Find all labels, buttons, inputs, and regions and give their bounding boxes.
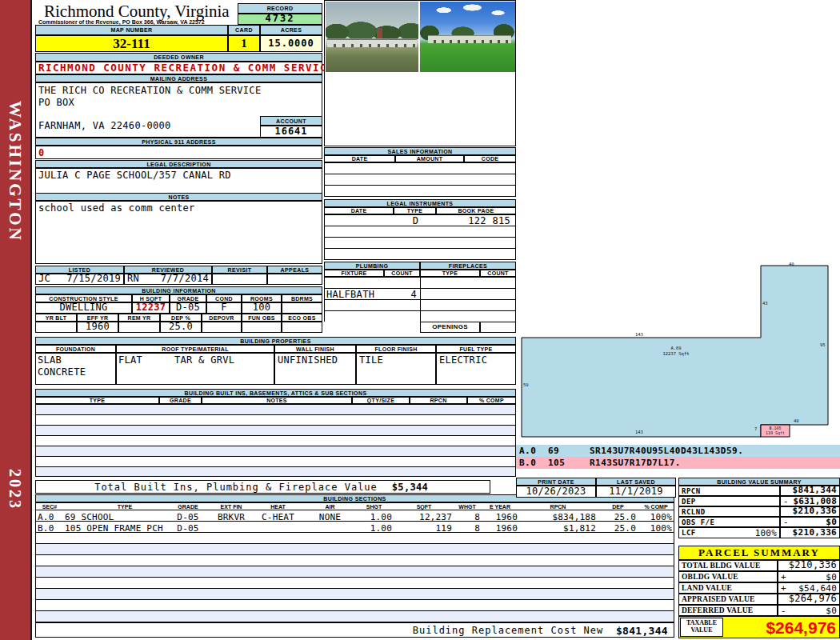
mailing-line-2: PO BOX bbox=[38, 98, 74, 109]
ps-appraised-value: $264,976 bbox=[778, 594, 840, 605]
bs-extfin-header: EXT FIN bbox=[212, 504, 250, 510]
bdrms-value bbox=[282, 302, 322, 314]
funobs-header: FUN OBS bbox=[242, 314, 282, 322]
sales-amount-header: AMOUNT bbox=[395, 155, 464, 162]
listed-by: JC bbox=[38, 274, 50, 285]
bi-notes-header: NOTES bbox=[202, 397, 352, 404]
construction-style-value: DWELLING bbox=[35, 302, 132, 314]
physical-911-header: PHYSICAL 911 ADDRESS bbox=[35, 138, 322, 146]
appeals-header: APPEALS bbox=[267, 266, 322, 274]
table-row bbox=[36, 555, 674, 566]
table-row bbox=[36, 544, 674, 555]
parcel-summary-header: PARCEL SUMMARY bbox=[678, 546, 840, 560]
bs-heat-header: HEAT bbox=[252, 504, 304, 510]
foundation-line-1: SLAB bbox=[38, 355, 62, 366]
replacement-cost-label: Building Replacement Cost New bbox=[388, 626, 628, 637]
property-photo-1 bbox=[326, 2, 418, 72]
remyr-value bbox=[118, 322, 160, 333]
remyr-header: REM YR bbox=[118, 314, 160, 322]
listed-value: JC 7/15/2019 bbox=[35, 274, 124, 285]
ps-total-bldg-value: $210,336 bbox=[778, 560, 840, 571]
sales-code-header: CODE bbox=[464, 155, 516, 162]
dim-main-top: 143 bbox=[635, 332, 643, 337]
openings-value bbox=[480, 322, 516, 333]
table-row bbox=[36, 446, 515, 457]
sketch-code-a: A.0 69 SR143U7R40U95L40D43L143D59. bbox=[516, 445, 840, 457]
ps-total-bldg-label: TOTAL BLDG VALUE bbox=[678, 560, 778, 571]
code-b-num: 105 bbox=[548, 458, 565, 468]
bdrms-header: BDRMS bbox=[282, 294, 322, 302]
building-section-row-a: A.0 69 SCHOOL D-05 BRKVR C-HEAT NONE 1.0… bbox=[35, 510, 674, 522]
acres-header: ACRES bbox=[260, 25, 322, 35]
reviewed-value: RN 7/7/2014 bbox=[124, 274, 212, 285]
sales-information-header: SALES INFORMATION bbox=[324, 147, 516, 155]
dim-porch-side: 7 bbox=[754, 426, 757, 431]
bvs-rclnd-label: RCLND bbox=[678, 506, 780, 517]
fuel-type-value: ELECTRIC bbox=[436, 353, 516, 385]
bs-type-header: TYPE bbox=[65, 504, 185, 510]
ecoobs-header: ECO OBS bbox=[282, 314, 322, 322]
table-row bbox=[36, 589, 674, 600]
bs-comp-header: % COMP bbox=[638, 504, 674, 510]
ps-land-label: LAND VALUE bbox=[678, 582, 778, 594]
bs-air-header: AIR bbox=[308, 504, 352, 510]
windows bbox=[327, 44, 417, 47]
notes-value: school used as comm center bbox=[35, 201, 322, 264]
li-type-value: D bbox=[394, 216, 437, 227]
table-row bbox=[325, 186, 515, 196]
dim-main-left: 59 bbox=[523, 382, 529, 387]
bi-type-header: TYPE bbox=[35, 397, 159, 404]
code-b-sec: B.0 bbox=[519, 458, 536, 468]
li-date-header: DATE bbox=[324, 207, 394, 214]
building-section-row-b: B.0 105 OPEN FRAME PCH D-05 1.00 119 8 1… bbox=[35, 522, 674, 533]
dep-pct-value: 25.0 bbox=[160, 322, 202, 333]
photos-box bbox=[324, 0, 516, 146]
ps-land-value: + $54,640 bbox=[778, 582, 840, 594]
table-row bbox=[325, 174, 515, 186]
bs-eyear-header: E YEAR bbox=[482, 504, 518, 510]
bi-rpcn-header: RPCN bbox=[410, 397, 467, 404]
bvs-dep-value: - $631,008 bbox=[780, 496, 840, 506]
plumbing-header: PLUMBING bbox=[324, 262, 420, 270]
li-type-header: TYPE bbox=[394, 207, 436, 214]
map-number-header: MAP NUMBER bbox=[35, 25, 228, 35]
bvs-rclnd-value: $210,336 bbox=[780, 506, 840, 517]
table-row bbox=[36, 436, 515, 446]
fixture-count-header: COUNT bbox=[384, 270, 420, 277]
fireplaces-header: FIREPLACES bbox=[420, 262, 516, 270]
openings-label: OPENINGS bbox=[420, 322, 480, 333]
bvs-obs-value: - $0 bbox=[780, 517, 840, 527]
yrblt-value bbox=[35, 322, 77, 333]
code-b-string: R143SU7R17D7L17. bbox=[590, 458, 681, 468]
section-a-label: A.69 bbox=[648, 346, 704, 350]
last-saved-value: 11/1/2019 bbox=[596, 486, 676, 498]
section-b-sqft: 119 Sqft bbox=[762, 430, 788, 435]
sales-date-header: DATE bbox=[324, 155, 395, 162]
wall-finish-header: WALL FINISH bbox=[274, 345, 356, 353]
table-row bbox=[36, 600, 674, 611]
table-row bbox=[36, 533, 674, 544]
bvs-lcf-value: $210,336 bbox=[780, 527, 840, 538]
building-sections-empty-rows bbox=[35, 533, 674, 622]
card-header: CARD bbox=[228, 25, 260, 35]
reviewed-by: RN bbox=[127, 274, 139, 285]
table-row bbox=[36, 566, 674, 578]
wall-finish-value: UNFINISHED bbox=[274, 353, 356, 385]
dim-ext-top: 40 bbox=[789, 262, 794, 266]
code-a-sec: A.0 bbox=[519, 446, 536, 456]
property-record-card: WASHINGTON 2023 Richmond County, Virgini… bbox=[0, 0, 840, 640]
built-ins-rows bbox=[35, 404, 516, 477]
legal-instruments-rows: D 122 815 bbox=[324, 214, 516, 260]
table-row bbox=[36, 578, 674, 589]
taxable-value-amount: $264,976 bbox=[726, 618, 836, 638]
ps-land-sign: + bbox=[781, 583, 786, 594]
fixture-value: HALFBATH bbox=[326, 290, 374, 301]
hsqft-value: 12237 bbox=[132, 302, 170, 314]
li-bookpage-value: 122 815 bbox=[437, 216, 510, 227]
mailing-address-header: MAILING ADDRESS bbox=[35, 74, 322, 82]
foundation-line-2: CONCRETE bbox=[38, 367, 86, 378]
total-built-ins-value: $5,344 bbox=[340, 482, 428, 494]
mailing-line-3: FARNHAM, VA 22460-0000 bbox=[38, 121, 171, 132]
print-date-value: 10/26/2023 bbox=[516, 486, 596, 498]
bs-dep-header: DEP bbox=[600, 504, 636, 510]
